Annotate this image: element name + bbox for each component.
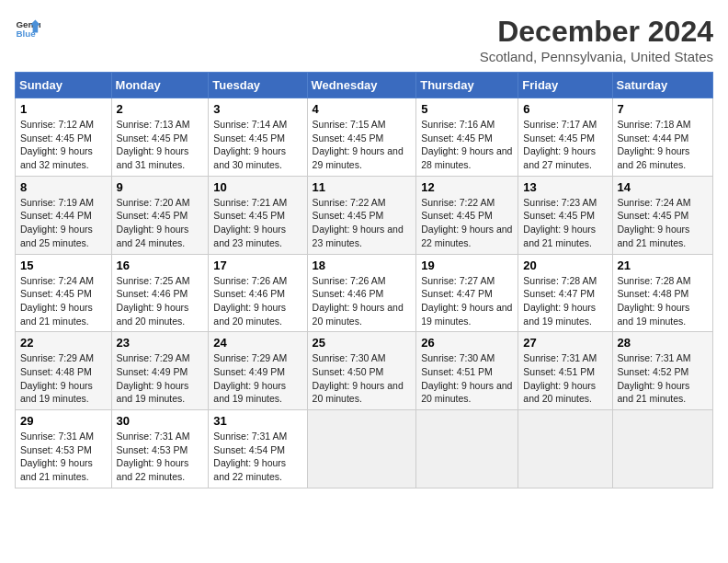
day-info: Sunrise: 7:30 AMSunset: 4:50 PMDaylight:…: [313, 351, 412, 406]
calendar-cell: 26 Sunrise: 7:30 AMSunset: 4:51 PMDaylig…: [416, 332, 518, 410]
day-number: 23: [117, 336, 204, 350]
calendar-cell: 23 Sunrise: 7:29 AMSunset: 4:49 PMDaylig…: [111, 332, 209, 410]
day-number: 1: [20, 102, 107, 116]
title-area: December 2024 Scotland, Pennsylvania, Un…: [480, 15, 713, 64]
calendar-cell: 2 Sunrise: 7:13 AMSunset: 4:45 PMDayligh…: [111, 98, 209, 177]
day-info: Sunrise: 7:13 AMSunset: 4:45 PMDaylight:…: [117, 118, 204, 172]
calendar-table: SundayMondayTuesdayWednesdayThursdayFrid…: [15, 72, 713, 488]
day-info: Sunrise: 7:25 AMSunset: 4:46 PMDaylight:…: [117, 274, 204, 328]
day-info: Sunrise: 7:31 AMSunset: 4:54 PMDaylight:…: [213, 430, 301, 484]
header: General Blue December 2024 Scotland, Pen…: [15, 15, 713, 64]
day-number: 17: [213, 259, 301, 272]
day-info: Sunrise: 7:28 AMSunset: 4:48 PMDaylight:…: [618, 274, 708, 328]
calendar-cell: 28 Sunrise: 7:31 AMSunset: 4:52 PMDaylig…: [612, 332, 712, 410]
calendar-cell: 10 Sunrise: 7:21 AMSunset: 4:45 PMDaylig…: [209, 176, 307, 254]
calendar-cell: 25 Sunrise: 7:30 AMSunset: 4:50 PMDaylig…: [307, 332, 416, 410]
day-info: Sunrise: 7:26 AMSunset: 4:46 PMDaylight:…: [313, 274, 412, 328]
day-info: Sunrise: 7:14 AMSunset: 4:45 PMDaylight:…: [213, 118, 301, 172]
page-title: December 2024: [480, 15, 713, 49]
week-row-3: 15 Sunrise: 7:24 AMSunset: 4:45 PMDaylig…: [16, 254, 713, 332]
calendar-cell: 31 Sunrise: 7:31 AMSunset: 4:54 PMDaylig…: [209, 410, 307, 488]
calendar-cell: [612, 410, 712, 488]
calendar-cell: 9 Sunrise: 7:20 AMSunset: 4:45 PMDayligh…: [111, 176, 209, 254]
day-info: Sunrise: 7:26 AMSunset: 4:46 PMDaylight:…: [213, 274, 301, 328]
day-info: Sunrise: 7:17 AMSunset: 4:45 PMDaylight:…: [523, 118, 607, 172]
day-info: Sunrise: 7:22 AMSunset: 4:45 PMDaylight:…: [421, 196, 513, 250]
day-number: 18: [313, 259, 412, 272]
calendar-cell: 11 Sunrise: 7:22 AMSunset: 4:45 PMDaylig…: [307, 176, 416, 254]
day-info: Sunrise: 7:31 AMSunset: 4:52 PMDaylight:…: [618, 351, 708, 406]
calendar-cell: 19 Sunrise: 7:27 AMSunset: 4:47 PMDaylig…: [416, 254, 518, 332]
day-info: Sunrise: 7:24 AMSunset: 4:45 PMDaylight:…: [20, 274, 107, 328]
header-row: SundayMondayTuesdayWednesdayThursdayFrid…: [16, 73, 713, 98]
day-info: Sunrise: 7:18 AMSunset: 4:44 PMDaylight:…: [618, 118, 708, 172]
day-info: Sunrise: 7:19 AMSunset: 4:44 PMDaylight:…: [20, 196, 107, 250]
day-number: 22: [20, 336, 107, 350]
day-number: 19: [421, 259, 513, 272]
day-info: Sunrise: 7:24 AMSunset: 4:45 PMDaylight:…: [618, 196, 708, 250]
week-row-5: 29 Sunrise: 7:31 AMSunset: 4:53 PMDaylig…: [16, 410, 713, 488]
day-info: Sunrise: 7:21 AMSunset: 4:45 PMDaylight:…: [213, 196, 301, 250]
calendar-cell: 30 Sunrise: 7:31 AMSunset: 4:53 PMDaylig…: [111, 410, 209, 488]
day-number: 2: [117, 102, 204, 116]
calendar-cell: 20 Sunrise: 7:28 AMSunset: 4:47 PMDaylig…: [518, 254, 612, 332]
day-number: 10: [213, 180, 301, 194]
calendar-cell: [416, 410, 518, 488]
day-info: Sunrise: 7:27 AMSunset: 4:47 PMDaylight:…: [421, 274, 513, 328]
day-number: 15: [20, 259, 107, 272]
day-number: 30: [117, 414, 204, 428]
logo-icon: General Blue: [15, 15, 40, 40]
day-number: 12: [421, 180, 513, 194]
calendar-cell: 29 Sunrise: 7:31 AMSunset: 4:53 PMDaylig…: [16, 410, 112, 488]
day-number: 24: [213, 336, 301, 350]
calendar-cell: 27 Sunrise: 7:31 AMSunset: 4:51 PMDaylig…: [518, 332, 612, 410]
day-number: 25: [313, 336, 412, 350]
col-header-sunday: Sunday: [16, 73, 112, 98]
day-number: 16: [117, 259, 204, 272]
day-info: Sunrise: 7:30 AMSunset: 4:51 PMDaylight:…: [421, 351, 513, 406]
day-number: 6: [523, 102, 607, 116]
day-number: 7: [618, 102, 708, 116]
day-number: 3: [213, 102, 301, 116]
day-number: 13: [523, 180, 607, 194]
calendar-cell: 17 Sunrise: 7:26 AMSunset: 4:46 PMDaylig…: [209, 254, 307, 332]
day-info: Sunrise: 7:23 AMSunset: 4:45 PMDaylight:…: [523, 196, 607, 250]
page-subtitle: Scotland, Pennsylvania, United States: [480, 49, 713, 64]
calendar-cell: 8 Sunrise: 7:19 AMSunset: 4:44 PMDayligh…: [16, 176, 112, 254]
calendar-cell: 14 Sunrise: 7:24 AMSunset: 4:45 PMDaylig…: [612, 176, 712, 254]
day-info: Sunrise: 7:31 AMSunset: 4:53 PMDaylight:…: [117, 430, 204, 484]
day-number: 9: [117, 180, 204, 194]
day-number: 26: [421, 336, 513, 350]
day-number: 20: [523, 259, 607, 272]
day-number: 4: [313, 102, 412, 116]
day-number: 11: [313, 180, 412, 194]
calendar-cell: [307, 410, 416, 488]
calendar-cell: 7 Sunrise: 7:18 AMSunset: 4:44 PMDayligh…: [612, 98, 712, 177]
calendar-cell: [518, 410, 612, 488]
calendar-cell: 3 Sunrise: 7:14 AMSunset: 4:45 PMDayligh…: [209, 98, 307, 177]
calendar-cell: 16 Sunrise: 7:25 AMSunset: 4:46 PMDaylig…: [111, 254, 209, 332]
col-header-tuesday: Tuesday: [209, 73, 307, 98]
week-row-2: 8 Sunrise: 7:19 AMSunset: 4:44 PMDayligh…: [16, 176, 713, 254]
col-header-thursday: Thursday: [416, 73, 518, 98]
day-info: Sunrise: 7:12 AMSunset: 4:45 PMDaylight:…: [20, 118, 107, 172]
day-info: Sunrise: 7:29 AMSunset: 4:48 PMDaylight:…: [20, 351, 107, 406]
calendar-cell: 21 Sunrise: 7:28 AMSunset: 4:48 PMDaylig…: [612, 254, 712, 332]
day-info: Sunrise: 7:29 AMSunset: 4:49 PMDaylight:…: [213, 351, 301, 406]
calendar-cell: 22 Sunrise: 7:29 AMSunset: 4:48 PMDaylig…: [16, 332, 112, 410]
day-number: 14: [618, 180, 708, 194]
day-info: Sunrise: 7:31 AMSunset: 4:53 PMDaylight:…: [20, 430, 107, 484]
calendar-cell: 13 Sunrise: 7:23 AMSunset: 4:45 PMDaylig…: [518, 176, 612, 254]
day-info: Sunrise: 7:20 AMSunset: 4:45 PMDaylight:…: [117, 196, 204, 250]
calendar-cell: 4 Sunrise: 7:15 AMSunset: 4:45 PMDayligh…: [307, 98, 416, 177]
col-header-wednesday: Wednesday: [307, 73, 416, 98]
day-number: 5: [421, 102, 513, 116]
week-row-1: 1 Sunrise: 7:12 AMSunset: 4:45 PMDayligh…: [16, 98, 713, 177]
col-header-saturday: Saturday: [612, 73, 712, 98]
day-number: 27: [523, 336, 607, 350]
day-info: Sunrise: 7:31 AMSunset: 4:51 PMDaylight:…: [523, 351, 607, 406]
col-header-friday: Friday: [518, 73, 612, 98]
calendar-cell: 1 Sunrise: 7:12 AMSunset: 4:45 PMDayligh…: [16, 98, 112, 177]
calendar-cell: 24 Sunrise: 7:29 AMSunset: 4:49 PMDaylig…: [209, 332, 307, 410]
week-row-4: 22 Sunrise: 7:29 AMSunset: 4:48 PMDaylig…: [16, 332, 713, 410]
